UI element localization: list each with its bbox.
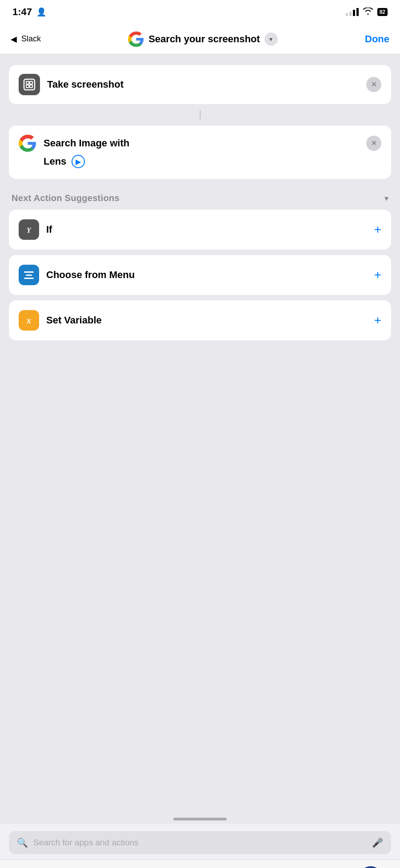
lens-label: Lens ▶ (19, 155, 381, 168)
search-icon: 🔍 (17, 837, 28, 848)
chevron-down-icon[interactable]: ▾ (384, 194, 388, 203)
wifi-icon (363, 8, 373, 16)
take-screenshot-close[interactable]: ✕ (366, 77, 381, 92)
nav-bar: ◀ Slack Search your screenshot ▾ Done (0, 24, 400, 54)
search-area: 🔍 Search for apps and actions 🎤 (0, 824, 400, 860)
dropdown-button[interactable]: ▾ (264, 32, 278, 46)
svg-rect-2 (30, 81, 32, 84)
screenshot-action-icon (19, 74, 40, 95)
google-logo (128, 31, 144, 47)
signal-icon (346, 8, 359, 16)
suggestion-choose-menu[interactable]: Choose from Menu + (9, 255, 391, 295)
status-right: 82 (346, 8, 388, 16)
search-input[interactable]: Search for apps and actions (33, 838, 367, 848)
redo-button[interactable] (103, 866, 126, 868)
search-image-card: Search Image with ✕ Lens ▶ (9, 125, 391, 179)
take-screenshot-card: Take screenshot ✕ (9, 65, 391, 104)
play-button[interactable] (359, 866, 382, 868)
suggestion-if[interactable]: Y If + (9, 210, 391, 250)
suggestion-if-add[interactable]: + (374, 223, 381, 236)
status-time: 1:47 (12, 6, 32, 18)
take-screenshot-label: Take screenshot (47, 78, 359, 91)
svg-rect-4 (30, 85, 32, 88)
suggestion-set-variable[interactable]: x Set Variable + (9, 300, 391, 340)
microphone-icon[interactable]: 🎤 (372, 837, 383, 848)
lens-text: Lens (44, 156, 66, 167)
google-action-icon (19, 134, 36, 152)
search-image-label: Search Image with (44, 137, 359, 150)
suggestion-var-label: Set Variable (46, 315, 367, 326)
if-icon: Y (19, 219, 39, 240)
status-left: 1:47 👤 (12, 6, 46, 18)
lens-arrow-icon[interactable]: ▶ (72, 155, 85, 168)
nav-title-wrap: Search your screenshot ▾ (128, 31, 278, 47)
done-button[interactable]: Done (365, 33, 389, 45)
bottom-toolbar (0, 860, 400, 868)
nav-back[interactable]: ◀ Slack (11, 34, 41, 44)
suggestion-menu-label: Choose from Menu (46, 269, 367, 281)
person-icon: 👤 (36, 7, 46, 17)
battery-icon: 82 (377, 8, 388, 16)
svg-rect-0 (24, 79, 35, 90)
svg-rect-1 (26, 81, 29, 84)
search-image-row: Search Image with ✕ Lens ▶ (9, 125, 391, 179)
status-bar: 1:47 👤 82 (0, 0, 400, 24)
info-button[interactable] (188, 866, 212, 868)
next-actions-header: Next Action Suggestions ▾ (9, 185, 391, 210)
back-arrow-icon: ◀ (11, 34, 17, 44)
undo-button[interactable] (18, 866, 41, 868)
main-content: Take screenshot ✕ Search Image with ✕ Le… (0, 54, 400, 811)
suggestion-var-add[interactable]: + (374, 314, 381, 327)
nav-title: Search your screenshot (148, 33, 260, 45)
share-button[interactable] (274, 866, 297, 868)
variable-icon: x (19, 310, 39, 331)
svg-text:Y: Y (27, 226, 32, 234)
bottom-handle (0, 811, 400, 824)
suggestion-if-label: If (46, 224, 367, 235)
connector (9, 110, 391, 119)
svg-rect-3 (26, 85, 29, 88)
suggestion-menu-add[interactable]: + (374, 269, 381, 281)
take-screenshot-row: Take screenshot ✕ (9, 65, 391, 104)
search-image-close[interactable]: ✕ (366, 136, 381, 151)
section-title: Next Action Suggestions (12, 193, 120, 203)
menu-icon (19, 265, 39, 285)
back-label: Slack (21, 34, 41, 44)
search-wrap: 🔍 Search for apps and actions 🎤 (9, 831, 391, 854)
drag-handle (173, 818, 227, 820)
